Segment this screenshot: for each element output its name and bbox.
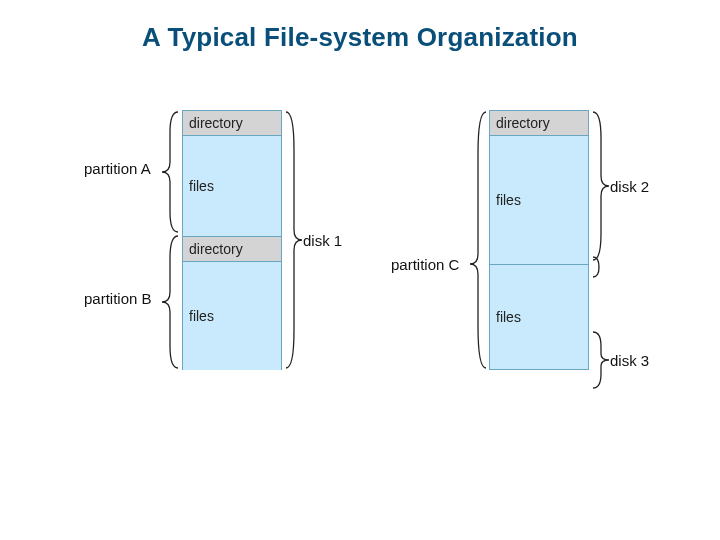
- disk1-column: directory files directory files: [182, 110, 282, 370]
- partitionA-files-cell: files: [183, 136, 281, 236]
- brace-disk-boundary: [591, 255, 611, 279]
- brace-partition-c: [468, 110, 488, 370]
- label-partition-b: partition B: [84, 290, 152, 307]
- page-title: A Typical File-system Organization: [0, 22, 720, 53]
- label-partition-a: partition A: [84, 160, 151, 177]
- partitionA-directory-cell: directory: [183, 111, 281, 136]
- partitionB-files-cell: files: [183, 262, 281, 370]
- partitionC-column: directory files files: [489, 110, 589, 370]
- disk2-directory-cell: directory: [490, 111, 588, 136]
- brace-disk-1: [284, 110, 304, 370]
- brace-disk-2: [591, 110, 611, 262]
- label-disk-3: disk 3: [610, 352, 649, 369]
- brace-disk-3: [591, 330, 611, 390]
- label-disk-2: disk 2: [610, 178, 649, 195]
- label-partition-c: partition C: [391, 256, 459, 273]
- brace-partition-b: [160, 234, 180, 370]
- disk3-files-cell: files: [490, 264, 588, 369]
- label-disk-1: disk 1: [303, 232, 342, 249]
- brace-partition-a: [160, 110, 180, 234]
- partitionB-directory-cell: directory: [183, 236, 281, 262]
- disk2-files-cell: files: [490, 136, 588, 264]
